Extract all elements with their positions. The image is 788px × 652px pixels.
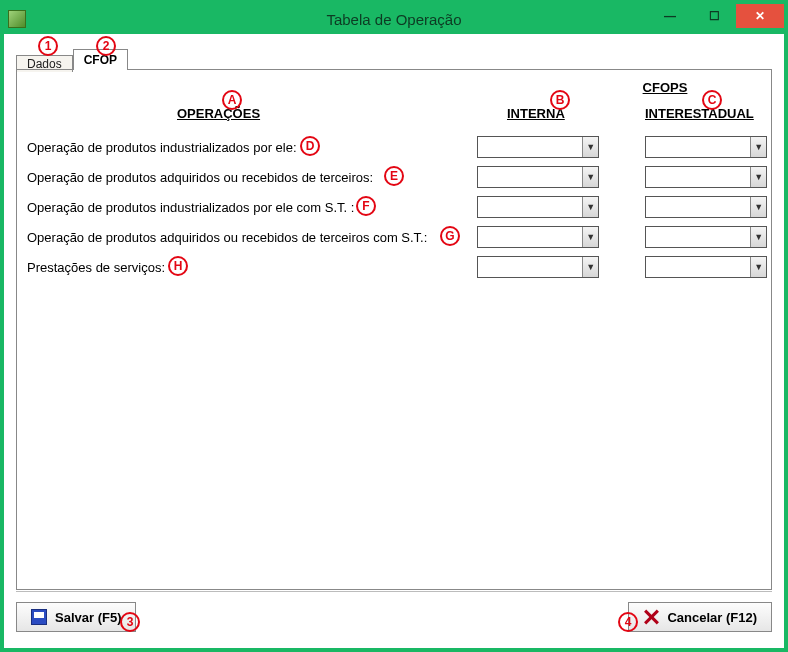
combo-input[interactable] bbox=[646, 257, 750, 277]
save-button[interactable]: Salvar (F5) bbox=[16, 602, 136, 632]
cancel-label: Cancelar (F12) bbox=[667, 610, 757, 625]
combo-input[interactable] bbox=[646, 167, 750, 187]
save-label: Salvar (F5) bbox=[55, 610, 121, 625]
cancel-icon bbox=[643, 609, 659, 625]
footer: Salvar (F5) Cancelar (F12) bbox=[16, 598, 772, 636]
column-headers: OPERAÇÕES INTERNA INTERESTADUAL bbox=[27, 106, 761, 126]
row-label: Operação de produtos industrializados po… bbox=[27, 140, 297, 155]
row-op-adquiridos-st: Operação de produtos adquiridos ou receb… bbox=[27, 222, 761, 252]
combo-inter-4[interactable]: ▼ bbox=[645, 256, 767, 278]
combo-input[interactable] bbox=[478, 257, 582, 277]
row-prestacoes: Prestações de serviços: ▼ ▼ bbox=[27, 252, 761, 282]
tab-strip: Dados CFOP bbox=[16, 46, 128, 70]
chevron-down-icon[interactable]: ▼ bbox=[582, 227, 598, 247]
combo-input[interactable] bbox=[478, 227, 582, 247]
row-op-industrializados: Operação de produtos industrializados po… bbox=[27, 132, 761, 162]
combo-input[interactable] bbox=[646, 227, 750, 247]
combo-input[interactable] bbox=[478, 197, 582, 217]
tab-content: CFOPS OPERAÇÕES INTERNA INTERESTADUAL Op… bbox=[16, 70, 772, 590]
maximize-button[interactable]: ☐ bbox=[692, 4, 736, 28]
row-label: Operação de produtos adquiridos ou receb… bbox=[27, 170, 373, 185]
row-op-industrializados-st: Operação de produtos industrializados po… bbox=[27, 192, 761, 222]
combo-interna-3[interactable]: ▼ bbox=[477, 226, 599, 248]
chevron-down-icon[interactable]: ▼ bbox=[750, 197, 766, 217]
rows-container: Operação de produtos industrializados po… bbox=[27, 132, 761, 282]
chevron-down-icon[interactable]: ▼ bbox=[750, 137, 766, 157]
combo-inter-1[interactable]: ▼ bbox=[645, 166, 767, 188]
combo-input[interactable] bbox=[478, 137, 582, 157]
combo-input[interactable] bbox=[478, 167, 582, 187]
combo-input[interactable] bbox=[646, 197, 750, 217]
window-controls: — ☐ ✕ bbox=[648, 4, 784, 28]
titlebar: Tabela de Operação — ☐ ✕ bbox=[4, 4, 784, 34]
header-interna: INTERNA bbox=[507, 106, 565, 121]
save-icon bbox=[31, 609, 47, 625]
client-area: Dados CFOP CFOPS OPERAÇÕES INTERNA INTER… bbox=[8, 38, 780, 644]
row-label: Operação de produtos adquiridos ou receb… bbox=[27, 230, 427, 245]
combo-input[interactable] bbox=[646, 137, 750, 157]
header-interestadual: INTERESTADUAL bbox=[645, 106, 754, 121]
separator bbox=[16, 591, 772, 592]
header-operacoes: OPERAÇÕES bbox=[177, 106, 260, 121]
chevron-down-icon[interactable]: ▼ bbox=[750, 257, 766, 277]
tab-border bbox=[16, 69, 772, 70]
chevron-down-icon[interactable]: ▼ bbox=[582, 137, 598, 157]
combo-interna-0[interactable]: ▼ bbox=[477, 136, 599, 158]
chevron-down-icon[interactable]: ▼ bbox=[750, 167, 766, 187]
close-button[interactable]: ✕ bbox=[736, 4, 784, 28]
row-op-adquiridos: Operação de produtos adquiridos ou receb… bbox=[27, 162, 761, 192]
combo-inter-3[interactable]: ▼ bbox=[645, 226, 767, 248]
tab-cfop[interactable]: CFOP bbox=[73, 49, 128, 70]
chevron-down-icon[interactable]: ▼ bbox=[750, 227, 766, 247]
chevron-down-icon[interactable]: ▼ bbox=[582, 167, 598, 187]
cancel-button[interactable]: Cancelar (F12) bbox=[628, 602, 772, 632]
combo-inter-2[interactable]: ▼ bbox=[645, 196, 767, 218]
app-window: Tabela de Operação — ☐ ✕ Dados CFOP CFOP… bbox=[0, 0, 788, 652]
combo-inter-0[interactable]: ▼ bbox=[645, 136, 767, 158]
header-cfops: CFOPS bbox=[565, 80, 765, 95]
chevron-down-icon[interactable]: ▼ bbox=[582, 257, 598, 277]
row-label: Prestações de serviços: bbox=[27, 260, 165, 275]
combo-interna-1[interactable]: ▼ bbox=[477, 166, 599, 188]
minimize-button[interactable]: — bbox=[648, 4, 692, 28]
combo-interna-2[interactable]: ▼ bbox=[477, 196, 599, 218]
combo-interna-4[interactable]: ▼ bbox=[477, 256, 599, 278]
chevron-down-icon[interactable]: ▼ bbox=[582, 197, 598, 217]
row-label: Operação de produtos industrializados po… bbox=[27, 200, 354, 215]
